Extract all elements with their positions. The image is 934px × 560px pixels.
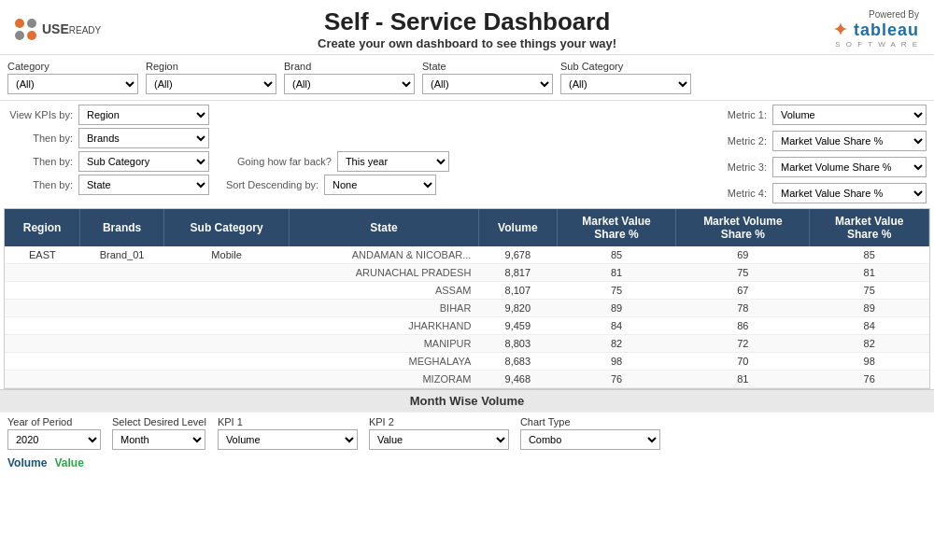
table-cell: JHARKHAND: [290, 317, 479, 335]
metric1-select[interactable]: Volume: [772, 105, 927, 125]
level-select[interactable]: Month: [112, 429, 205, 450]
metric2-select[interactable]: Market Value Share %: [772, 131, 927, 151]
metric2-row: Metric 2: Market Value Share %: [474, 131, 927, 151]
then3-select[interactable]: State: [78, 175, 209, 195]
table-cell: 89: [810, 300, 929, 317]
sort-select[interactable]: None: [324, 175, 436, 195]
table-cell: [5, 264, 80, 282]
going-label: Going how far back?: [237, 156, 332, 167]
table-row: EASTBrand_01MobileANDAMAN & NICOBAR...9,…: [5, 246, 929, 264]
category-select[interactable]: (All): [7, 74, 138, 94]
logo-icon: [15, 19, 36, 40]
table-cell: [80, 264, 164, 282]
kpi1-select[interactable]: Volume: [218, 429, 358, 450]
table-cell: 81: [810, 264, 929, 282]
chart-select[interactable]: Combo: [520, 429, 660, 450]
table-cell: [5, 300, 80, 317]
kpi2-select[interactable]: Value: [369, 429, 509, 450]
year-label: Year of Period: [7, 416, 101, 427]
table-cell: [164, 282, 290, 300]
brand-select[interactable]: (All): [284, 74, 415, 94]
table-cell: 76: [810, 371, 929, 388]
category-filter: Category (All): [7, 61, 138, 94]
going-select[interactable]: This year: [337, 151, 449, 172]
col-brands: Brands: [80, 209, 164, 246]
table-cell: 84: [810, 317, 929, 335]
brand-label: Brand: [284, 61, 415, 72]
region-select[interactable]: (All): [146, 74, 276, 94]
table-cell: 85: [557, 246, 676, 264]
table-cell: 76: [557, 371, 676, 388]
table-cell: [5, 335, 80, 353]
year-select[interactable]: 2020: [7, 429, 101, 450]
col-market-volume-share: Market VolumeShare %: [676, 209, 810, 246]
table-cell: 98: [557, 353, 676, 371]
col-state: State: [290, 209, 479, 246]
legend-volume: Volume: [7, 456, 47, 469]
table-cell: Mobile: [164, 246, 290, 264]
table-cell: 75: [810, 282, 929, 300]
state-select[interactable]: (All): [422, 74, 553, 94]
powered-by-text: Powered By: [833, 9, 919, 20]
view-kpis-select[interactable]: Region: [78, 105, 209, 125]
table-cell: 70: [676, 353, 810, 371]
legend: Volume Value: [0, 454, 934, 472]
table-cell: 72: [676, 335, 810, 353]
chart-filter: Chart Type Combo: [520, 416, 660, 450]
table-cell: 9,678: [478, 246, 557, 264]
logo-area: USEREADY: [15, 19, 101, 40]
then2-label: Then by:: [7, 156, 73, 167]
table-cell: [164, 300, 290, 317]
view-kpis-row: View KPIs by: Region: [7, 105, 460, 125]
table-cell: Brand_01: [80, 246, 164, 264]
then1-label: Then by:: [7, 133, 73, 144]
table-cell: [164, 353, 290, 371]
bottom-section-header: Month Wise Volume: [0, 389, 934, 412]
logo-dot-1: [15, 19, 24, 28]
region-label: Region: [146, 61, 276, 72]
col-region: Region: [5, 209, 80, 246]
metric4-select[interactable]: Market Value Share %: [772, 183, 927, 203]
page-title: Self - Service Dashboard: [318, 7, 616, 36]
col-volume: Volume: [478, 209, 557, 246]
table-header-row: Region Brands Sub Category State Volume …: [5, 209, 929, 246]
table-cell: 8,107: [478, 282, 557, 300]
tableau-area: Powered By ✦ tableau S O F T W A R E: [833, 9, 919, 49]
metric4-row: Metric 4: Market Value Share %: [474, 183, 927, 203]
metric3-select[interactable]: Market Volume Share %: [772, 157, 927, 177]
level-filter: Select Desired Level Month: [112, 416, 206, 450]
table-row: JHARKHAND9,459848684: [5, 317, 929, 335]
chart-label: Chart Type: [520, 416, 660, 427]
table-cell: 9,459: [478, 317, 557, 335]
controls-left: View KPIs by: Region Then by: Brands The…: [7, 105, 460, 206]
page-subtitle: Create your own dashboard to see things …: [318, 36, 616, 50]
table-cell: 78: [676, 300, 810, 317]
then1-select[interactable]: Brands: [78, 128, 209, 148]
table-cell: MIZORAM: [290, 371, 479, 388]
then3-row: Then by: State Sort Descending by: None: [7, 175, 460, 195]
table-row: BIHAR9,820897889: [5, 300, 929, 317]
bottom-controls: Year of Period 2020 Select Desired Level…: [0, 412, 934, 454]
table-cell: ANDAMAN & NICOBAR...: [290, 246, 479, 264]
then2-select[interactable]: Sub Category: [78, 151, 209, 172]
logo-dot-4: [27, 31, 36, 40]
then2-row: Then by: Sub Category Going how far back…: [7, 151, 460, 172]
controls-section: View KPIs by: Region Then by: Brands The…: [0, 101, 934, 208]
table-cell: [80, 335, 164, 353]
table-cell: ARUNACHAL PRADESH: [290, 264, 479, 282]
logo-dot-2: [27, 19, 36, 28]
table-cell: 8,803: [478, 335, 557, 353]
then3-label: Then by:: [7, 179, 73, 190]
bottom-title: Month Wise Volume: [410, 394, 524, 408]
state-label: State: [422, 61, 553, 72]
subcategory-filter: Sub Category (All): [560, 61, 691, 94]
table-cell: [5, 353, 80, 371]
table-cell: [80, 317, 164, 335]
logo-text: USEREADY: [42, 21, 101, 36]
legend-value: Value: [54, 456, 83, 469]
metric1-label: Metric 1:: [706, 109, 767, 120]
table-cell: [164, 335, 290, 353]
subcategory-select[interactable]: (All): [560, 74, 691, 94]
year-filter: Year of Period 2020: [7, 416, 101, 450]
col-subcategory: Sub Category: [164, 209, 290, 246]
